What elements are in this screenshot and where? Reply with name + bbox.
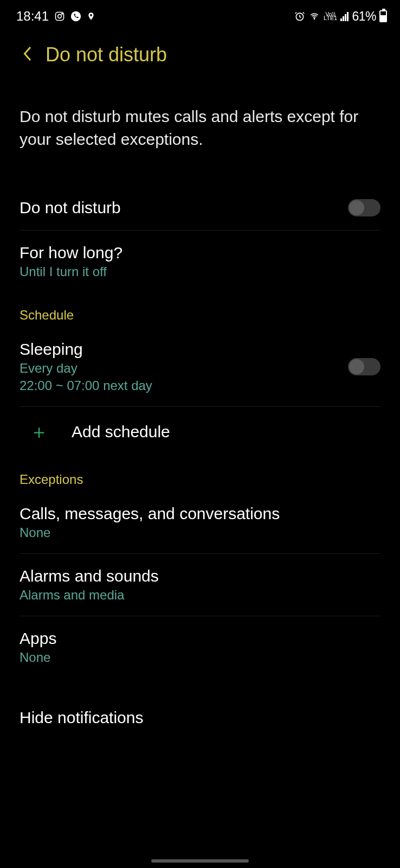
location-icon (87, 11, 95, 22)
status-left: 18:41 (16, 9, 95, 24)
plus-icon: ＋ (29, 422, 49, 442)
schedule-item-title: Sleeping (20, 340, 152, 359)
status-right: Vo))LTE1 61% (294, 9, 387, 24)
svg-point-5 (314, 18, 315, 20)
page-title: Do not disturb (46, 43, 167, 66)
dnd-toggle-row[interactable]: Do not disturb (20, 186, 380, 231)
battery-icon (379, 10, 387, 22)
nav-handle[interactable] (151, 859, 249, 863)
svg-point-3 (71, 11, 81, 21)
alarm-icon (294, 11, 305, 22)
dnd-toggle-label: Do not disturb (20, 199, 121, 217)
exception-alarms-title: Alarms and sounds (20, 567, 159, 585)
schedule-section-header: Schedule (20, 292, 380, 327)
exceptions-section-header: Exceptions (20, 457, 380, 492)
wifi-icon (308, 11, 320, 21)
phone-icon (70, 11, 81, 22)
exception-calls-value: None (20, 525, 280, 540)
schedule-item-time: 22:00 ~ 07:00 next day (20, 378, 152, 393)
svg-point-1 (58, 15, 62, 18)
page-description: Do not disturb mutes calls and alerts ex… (20, 81, 380, 186)
hide-notifications-label: Hide notifications (20, 709, 143, 727)
how-long-row[interactable]: For how long? Until I turn it off (20, 231, 380, 292)
status-bar: 18:41 Vo))LTE1 61% (0, 0, 400, 30)
exception-calls-row[interactable]: Calls, messages, and conversations None (20, 492, 380, 554)
status-time: 18:41 (16, 9, 49, 24)
add-schedule-label: Add schedule (72, 423, 170, 441)
how-long-label: For how long? (20, 244, 122, 262)
battery-percent: 61% (352, 9, 376, 24)
header: Do not disturb (0, 30, 400, 81)
schedule-item-days: Every day (20, 361, 152, 376)
dnd-toggle-switch[interactable] (348, 199, 380, 216)
exception-apps-value: None (20, 650, 56, 665)
exception-calls-title: Calls, messages, and conversations (20, 505, 280, 523)
volte-indicator: Vo))LTE1 (324, 12, 337, 21)
exception-alarms-value: Alarms and media (20, 588, 159, 603)
exception-alarms-row[interactable]: Alarms and sounds Alarms and media (20, 554, 380, 616)
add-schedule-row[interactable]: ＋ Add schedule (20, 407, 380, 457)
exception-apps-row[interactable]: Apps None (20, 616, 380, 678)
schedule-item-sleeping[interactable]: Sleeping Every day 22:00 ~ 07:00 next da… (20, 327, 380, 407)
instagram-icon (54, 11, 65, 22)
schedule-item-switch[interactable] (348, 358, 380, 375)
hide-notifications-row[interactable]: Hide notifications (20, 678, 380, 740)
svg-point-2 (62, 14, 63, 15)
how-long-value: Until I turn it off (20, 264, 122, 279)
exception-apps-title: Apps (20, 629, 56, 648)
back-button[interactable] (22, 46, 33, 65)
signal-icon (340, 11, 349, 21)
